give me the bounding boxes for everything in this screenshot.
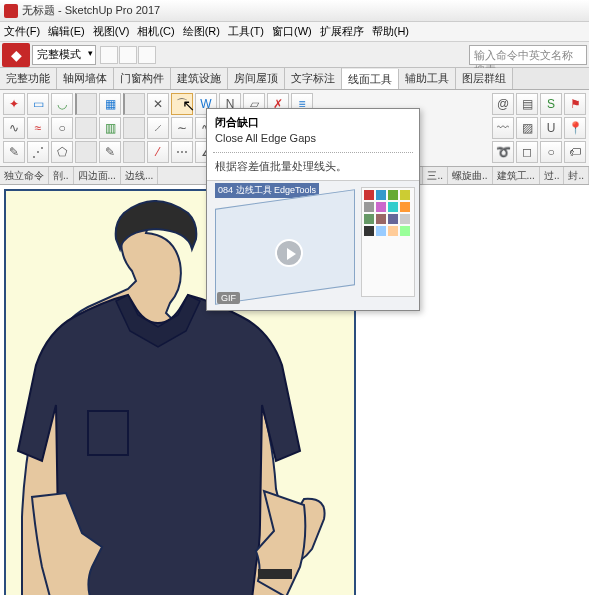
tab-text[interactable]: 文字标注 [285,68,342,89]
title-bar: 无标题 - SketchUp Pro 2017 [0,0,589,22]
tb-sep4 [123,93,145,115]
tab-door-window[interactable]: 门窗构件 [114,68,171,89]
tb-quad-icon[interactable]: ▥ [99,117,121,139]
gif-badge: GIF [217,292,240,304]
tab-axis-wall[interactable]: 轴网墙体 [57,68,114,89]
top-strip: ◆ 完整模式 输入命令中英文名称搜索 [0,42,589,68]
tab-full[interactable]: 完整功能 [0,68,57,89]
gl-quadface[interactable]: 四边面... [74,167,121,184]
tab-building[interactable]: 建筑设施 [171,68,228,89]
menu-camera[interactable]: 相机(C) [137,24,174,39]
tb-slash-icon[interactable]: ⁄ [147,141,169,163]
tb-box-icon[interactable]: ◻ [516,141,538,163]
cursor-icon: ↖ [182,96,195,115]
tab-helper[interactable]: 辅助工具 [399,68,456,89]
tb-cross-icon[interactable]: ✕ [147,93,169,115]
gl-tri[interactable]: 三.. [423,167,448,184]
tb-curve-icon[interactable]: ≈ [27,117,49,139]
tab-room-roof[interactable]: 房间屋顶 [228,68,285,89]
gl-edge[interactable]: 边线... [121,167,158,184]
tb-arc-icon[interactable]: ◡ [51,93,73,115]
strip-icon-1[interactable] [100,46,118,64]
gl-independent[interactable]: 独立命令 [0,167,49,184]
suapp-logo[interactable]: ◆ [2,43,30,67]
menu-edit[interactable]: 编辑(E) [48,24,85,39]
menu-draw[interactable]: 绘图(R) [183,24,220,39]
window-title: 无标题 - SketchUp Pro 2017 [22,3,160,18]
tb-grid-icon[interactable]: ▦ [99,93,121,115]
tb-spiral-icon[interactable]: @ [492,93,514,115]
tb-select-icon[interactable]: ✦ [3,93,25,115]
tb-edge-icon[interactable]: ∿ [3,117,25,139]
tab-line-face[interactable]: 线面工具 [342,69,399,90]
tb-u-icon[interactable]: U [540,117,562,139]
menu-help[interactable]: 帮助(H) [372,24,409,39]
gl-spiral[interactable]: 螺旋曲.. [448,167,493,184]
tb-flag-icon[interactable]: ⚑ [564,93,586,115]
tb-dash-icon[interactable]: ⋯ [171,141,193,163]
app-icon [4,4,18,18]
tb-sep2 [75,117,97,139]
tb-line-icon[interactable]: ✎ [3,141,25,163]
play-icon [275,239,303,267]
tb-wave-icon[interactable]: ∼ [171,117,193,139]
tb-s-icon[interactable]: S [540,93,562,115]
tab-layer[interactable]: 图层群组 [456,68,513,89]
tooltip-title: 闭合缺口 [207,109,419,132]
search-input[interactable]: 输入命令中英文名称搜索 [469,45,587,65]
tb-coil-icon[interactable]: ➰ [492,141,514,163]
strip-icon-2[interactable] [119,46,137,64]
tb-circle-icon[interactable]: ○ [51,117,73,139]
tooltip-preview: 084 边线工具 EdgeTools GIF [207,180,419,310]
gl-building[interactable]: 建筑工... [493,167,540,184]
gl-seal[interactable]: 封.. [564,167,589,184]
preview-panel [361,187,415,297]
menu-window[interactable]: 窗口(W) [272,24,312,39]
tb-sep6 [123,141,145,163]
menu-file[interactable]: 文件(F) [4,24,40,39]
tb-sep5 [123,117,145,139]
tb-face-icon[interactable]: ▭ [27,93,49,115]
tb-diag-icon[interactable]: ⟋ [147,117,169,139]
tb-hatch-icon[interactable]: ▤ [516,93,538,115]
tb-pin-icon[interactable]: 📍 [564,117,586,139]
menu-bar: 文件(F) 编辑(E) 视图(V) 相机(C) 绘图(R) 工具(T) 窗口(W… [0,22,589,42]
tb-wire-icon[interactable]: ⋰ [27,141,49,163]
gl-filter[interactable]: 过.. [540,167,565,184]
menu-extensions[interactable]: 扩展程序 [320,24,364,39]
tooltip-subtitle: Close All Edge Gaps [207,132,419,150]
tooltip-popup: 闭合缺口 Close All Edge Gaps 根据容差值批量处理线头。 08… [206,108,420,311]
strip-icon-3[interactable] [138,46,156,64]
tabs-row: 完整功能 轴网墙体 门窗构件 建筑设施 房间屋顶 文字标注 线面工具 辅助工具 … [0,68,589,90]
tb-pencil-icon[interactable]: ✎ [99,141,121,163]
tb-tag-icon[interactable]: 🏷 [564,141,586,163]
tb-fill-icon[interactable]: ▨ [516,117,538,139]
tb-sep1 [75,93,97,115]
menu-view[interactable]: 视图(V) [93,24,130,39]
svg-rect-1 [258,569,292,579]
tb-sep3 [75,141,97,163]
tb-poly-icon[interactable]: ⬠ [51,141,73,163]
mode-selector[interactable]: 完整模式 [32,45,96,65]
svg-rect-0 [88,411,128,455]
tb-wave2-icon[interactable]: 〰 [492,117,514,139]
gl-section[interactable]: 剖.. [49,167,74,184]
tooltip-desc: 根据容差值批量处理线头。 [207,155,419,180]
tb-o-icon[interactable]: ○ [540,141,562,163]
menu-tools[interactable]: 工具(T) [228,24,264,39]
